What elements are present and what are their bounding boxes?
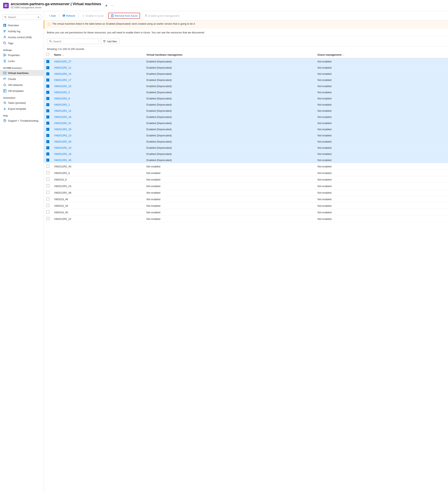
table-row[interactable]: VM2012R2_6Not enabledNot enabled <box>44 170 448 176</box>
row-checkbox-cell[interactable] <box>44 189 52 196</box>
table-row[interactable]: VM2012R2_10Enabled (Deprecated)Not enabl… <box>44 145 448 151</box>
row-checkbox-cell[interactable] <box>44 83 52 89</box>
table-row[interactable]: VM2012R2_45Enabled (Deprecated)Not enabl… <box>44 157 448 163</box>
table-row[interactable]: VM2019_33Not enabledNot enabled <box>44 203 448 209</box>
table-row[interactable]: VM2012R2_16Enabled (Deprecated)Not enabl… <box>44 114 448 120</box>
row-checkbox-cell[interactable] <box>44 65 52 71</box>
row-checkbox[interactable] <box>46 211 49 214</box>
select-all-checkbox[interactable] <box>46 53 49 56</box>
sidebar-search-input[interactable] <box>8 16 36 19</box>
row-checkbox-cell[interactable] <box>44 139 52 145</box>
row-checkbox-cell[interactable] <box>44 145 52 151</box>
row-name-cell[interactable]: VM2012R2_41 <box>52 120 144 126</box>
row-name-cell[interactable]: VM2012R2_16 <box>52 114 144 120</box>
row-name-cell[interactable]: VM2012R2_13 <box>52 132 144 139</box>
table-row[interactable]: VM2012R2_17Enabled (Deprecated)Not enabl… <box>44 77 448 83</box>
row-checkbox[interactable] <box>46 115 49 118</box>
row-checkbox[interactable] <box>46 79 49 82</box>
row-checkbox[interactable] <box>46 109 49 112</box>
row-name-cell[interactable]: VM2012R2_27 <box>52 58 144 65</box>
row-checkbox-cell[interactable] <box>44 209 52 216</box>
row-name-cell[interactable]: VM2012R2_10 <box>52 145 144 151</box>
table-row[interactable]: VM2012R2_1Enabled (Deprecated)Not enable… <box>44 102 448 108</box>
row-checkbox-cell[interactable] <box>44 183 52 189</box>
vm-name-link[interactable]: VM2012R2_17 <box>54 79 71 82</box>
row-checkbox-cell[interactable] <box>44 102 52 108</box>
sidebar-item-locks[interactable]: Locks <box>0 58 43 64</box>
vm-name-link[interactable]: VM2012R2_13 <box>54 134 71 137</box>
table-row[interactable]: VM2012R2_35Enabled (Deprecated)Not enabl… <box>44 126 448 132</box>
row-checkbox[interactable] <box>46 60 49 63</box>
row-checkbox[interactable] <box>46 204 49 207</box>
row-checkbox-cell[interactable] <box>44 114 52 120</box>
row-checkbox[interactable] <box>46 191 49 194</box>
column-header-guest-management[interactable]: Guest management ↑↓ <box>315 51 448 58</box>
row-checkbox-cell[interactable] <box>44 58 52 65</box>
sidebar-item-tasks[interactable]: Tasks (preview) <box>0 100 43 106</box>
row-checkbox[interactable] <box>46 184 49 187</box>
row-name-cell[interactable]: VM2012R2_1 <box>52 102 144 108</box>
row-checkbox-cell[interactable] <box>44 120 52 126</box>
row-checkbox[interactable] <box>46 171 49 174</box>
row-checkbox-cell[interactable] <box>44 176 52 183</box>
vm-name-link[interactable]: VM2012R2_50 <box>54 140 71 143</box>
vm-name-link[interactable]: VM2012R2_5 <box>54 91 70 94</box>
row-checkbox[interactable] <box>46 72 49 75</box>
row-checkbox-cell[interactable] <box>44 203 52 209</box>
sidebar-item-vm-networks[interactable]: VM networks <box>0 82 43 88</box>
enable-guest-management-button[interactable]: Enable guest management <box>143 13 181 18</box>
row-checkbox[interactable] <box>46 164 49 168</box>
row-checkbox-cell[interactable] <box>44 71 52 77</box>
row-checkbox[interactable] <box>46 122 49 125</box>
table-row[interactable]: VM2012R2_5Enabled (Deprecated)Not enable… <box>44 89 448 95</box>
row-checkbox-cell[interactable] <box>44 89 52 95</box>
more-options-icon[interactable]: ··· <box>111 3 114 8</box>
sidebar-item-tags[interactable]: Tags <box>0 40 43 46</box>
table-row[interactable]: VM2012R2_8Enabled (Deprecated)Not enable… <box>44 95 448 102</box>
table-row[interactable]: VM2012R2_22Not enabledNot enabled <box>44 216 448 222</box>
row-name-cell[interactable]: VM2012R2_45 <box>52 157 144 163</box>
row-name-cell[interactable]: VM2012R2_15 <box>52 83 144 89</box>
row-checkbox[interactable] <box>46 91 49 94</box>
row-checkbox-cell[interactable] <box>44 132 52 139</box>
table-row[interactable]: VM2012R2_43Not enabledNot enabled <box>44 163 448 170</box>
row-checkbox-cell[interactable] <box>44 151 52 157</box>
row-name-cell[interactable]: VM2012R2_50 <box>52 139 144 145</box>
vm-name-link[interactable]: VM2012R2_27 <box>54 60 71 63</box>
row-checkbox[interactable] <box>46 178 49 181</box>
sidebar-item-vm-templates[interactable]: VM templates <box>0 88 43 94</box>
row-name-cell[interactable]: VM2012R2_18 <box>52 151 144 157</box>
vm-name-link[interactable]: VM2012R2_8 <box>54 97 70 100</box>
vm-name-link[interactable]: VM2012R2_1 <box>54 103 70 106</box>
column-header-name[interactable]: Name ↑↓ <box>52 51 144 58</box>
table-row[interactable]: VM2012R2_50Enabled (Deprecated)Not enabl… <box>44 139 448 145</box>
refresh-button[interactable]: Refresh <box>60 13 77 18</box>
row-checkbox-cell[interactable] <box>44 163 52 170</box>
sidebar-item-export-template[interactable]: Export template <box>0 106 43 112</box>
sidebar-item-virtual-machines[interactable]: Virtual machines <box>0 70 43 76</box>
remove-from-azure-button[interactable]: Remove from Azure <box>108 13 140 19</box>
vm-name-link[interactable]: VM2012R2_35 <box>54 128 71 131</box>
row-checkbox-cell[interactable] <box>44 170 52 176</box>
sidebar-item-access-control[interactable]: Access control (IAM) <box>0 34 43 40</box>
row-name-cell[interactable]: VM2012R2_35 <box>52 126 144 132</box>
row-checkbox-cell[interactable] <box>44 95 52 102</box>
vm-name-link[interactable]: VM2012R2_12 <box>54 109 71 112</box>
add-button[interactable]: + Add <box>47 13 58 18</box>
row-checkbox-cell[interactable] <box>44 157 52 163</box>
table-row[interactable]: VM2012R2_13Enabled (Deprecated)Not enabl… <box>44 132 448 139</box>
table-row[interactable]: VM2012R2_27Enabled (Deprecated)Not enabl… <box>44 58 448 65</box>
row-name-cell[interactable]: VM2012R2_12 <box>52 108 144 114</box>
row-checkbox[interactable] <box>46 153 49 155</box>
table-row[interactable]: VM2019_40Not enabledNot enabled <box>44 209 448 216</box>
table-row[interactable]: VM2012R2_23Not enabledNot enabled <box>44 183 448 189</box>
vm-name-link[interactable]: VM2012R2_11 <box>54 66 71 69</box>
header-checkbox-cell[interactable] <box>44 51 52 58</box>
sidebar-item-properties[interactable]: Properties <box>0 52 43 58</box>
row-checkbox[interactable] <box>46 103 49 106</box>
row-name-cell[interactable]: VM2012R2_17 <box>52 77 144 83</box>
table-row[interactable]: VM2019_46Not enabledNot enabled <box>44 196 448 203</box>
sidebar-item-clouds[interactable]: Clouds <box>0 76 43 82</box>
row-checkbox[interactable] <box>46 128 49 131</box>
sidebar-collapse-icon[interactable]: « <box>38 15 39 19</box>
